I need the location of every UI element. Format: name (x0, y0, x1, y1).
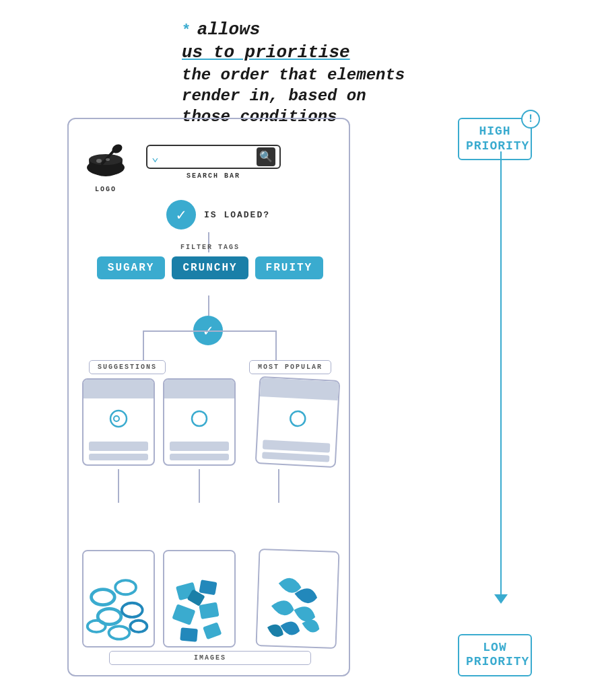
header-line3: the order that elements (182, 65, 438, 85)
svg-point-8 (192, 411, 207, 426)
wf-header-1 (83, 380, 154, 398)
search-icon: 🔍 (257, 147, 275, 166)
wf-footer2-3 (262, 452, 329, 462)
priority-arrow (500, 151, 502, 596)
filter-tags-label: FILTER TAGS (89, 244, 331, 251)
high-priority-label: HIGHPRIORITY (466, 125, 524, 153)
search-bar[interactable]: ⌄ 🔍 (146, 145, 281, 169)
chevron-down-icon: ⌄ (152, 149, 159, 164)
svg-point-5 (106, 158, 110, 161)
search-bar-label: SEARCH BAR (146, 172, 281, 180)
wf-footer-1 (89, 442, 148, 451)
wf-footer-3 (263, 440, 331, 452)
is-loaded-check: ✓ (166, 200, 196, 230)
filter-tag-crunchy[interactable]: CRUNCHY (172, 256, 248, 279)
ui-wireframe-box: LOGO ⌄ 🔍 SEARCH BAR ✓ IS LOADED? FILTER … (67, 118, 350, 676)
connector-card3-down (278, 469, 279, 503)
svg-point-7 (114, 416, 119, 421)
wf-footer-2 (170, 442, 229, 451)
header-line2: us to prioritise (182, 42, 350, 63)
svg-point-14 (121, 585, 130, 590)
svg-point-9 (290, 411, 306, 426)
wireframe-card-3 (255, 376, 341, 468)
wf-image-1 (83, 398, 154, 439)
connector-branch-left (143, 330, 210, 332)
logo-label: LOGO (82, 186, 129, 193)
is-loaded-row: ✓ IS LOADED? (166, 200, 270, 230)
diagram: LOGO ⌄ 🔍 SEARCH BAR ✓ IS LOADED? FILTER … (67, 104, 539, 683)
filter-tags-area: FILTER TAGS SUGARY CRUNCHY FRUITY (89, 244, 331, 279)
asterisk: * (182, 22, 191, 39)
wf-footer2-2 (170, 454, 229, 460)
wireframe-card-2 (163, 378, 236, 466)
connector-left-down (143, 330, 144, 363)
high-priority-box: ! HIGHPRIORITY (458, 118, 532, 160)
filter-tags-row: SUGARY CRUNCHY FRUITY (89, 256, 331, 279)
filter-tag-sugary[interactable]: SUGARY (97, 256, 166, 279)
suggestions-label: SUGGESTIONS (89, 360, 166, 374)
cereal-image-2 (164, 551, 234, 646)
logo-area: LOGO (82, 139, 129, 193)
wireframe-cards-row (82, 378, 338, 466)
connector-line-2 (208, 295, 209, 316)
wireframe-card-1 (82, 378, 155, 466)
svg-point-16 (104, 613, 114, 620)
connector-card2-down (199, 469, 200, 503)
connector-right-down (275, 330, 277, 363)
connector-card1-down (118, 469, 119, 503)
wf-image-3 (258, 396, 338, 441)
svg-point-18 (127, 608, 136, 613)
wf-footer2-1 (89, 454, 148, 460)
low-priority-label: LOWPRIORITY (466, 641, 524, 670)
cereal-image-1 (83, 551, 154, 646)
svg-point-12 (98, 594, 108, 600)
most-popular-label: MOST POPULAR (249, 360, 331, 374)
image-card-1 (82, 550, 155, 648)
svg-rect-27 (180, 627, 198, 641)
filter-tag-fruity[interactable]: FRUITY (255, 256, 324, 279)
search-bar-area: ⌄ 🔍 SEARCH BAR (146, 145, 281, 180)
image-card-2 (163, 550, 236, 648)
image-cards-row (82, 550, 338, 648)
logo-bowl-icon (82, 139, 129, 180)
cereal-image-3 (257, 550, 339, 648)
is-loaded-label: IS LOADED? (204, 210, 270, 220)
image-gap (244, 550, 249, 648)
connector-branch-right (208, 330, 275, 332)
wf-header-2 (164, 380, 234, 398)
wf-image-2 (164, 398, 234, 439)
exclamation-icon: ! (521, 110, 540, 129)
image-card-3 (256, 549, 340, 649)
low-priority-box: LOWPRIORITY (458, 634, 532, 676)
header-line4: render in, based on (182, 85, 438, 106)
svg-rect-24 (199, 580, 217, 595)
header-line1: allows (197, 20, 261, 40)
images-label: IMAGES (109, 651, 311, 665)
gap-spacer (244, 378, 249, 466)
svg-point-4 (96, 159, 102, 163)
section-labels: SUGGESTIONS MOST POPULAR (89, 360, 331, 374)
